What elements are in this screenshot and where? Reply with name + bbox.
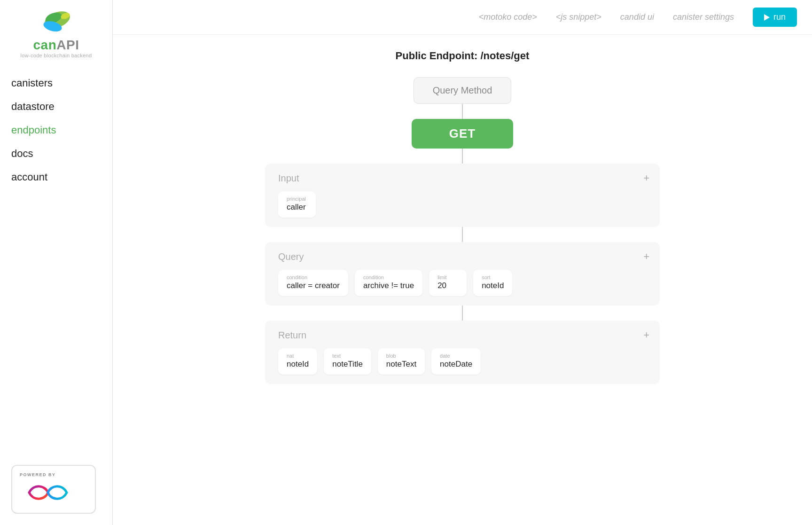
query-card-condition1: condition caller = creator: [278, 270, 348, 296]
query-card-cond2-value: archive != true: [363, 281, 414, 290]
page-title: Public Endpoint: /notes/get: [396, 50, 530, 62]
topnav-js-snippet[interactable]: <js snippet>: [556, 12, 601, 22]
return-items: nat noteId text noteTitle blob noteText …: [278, 348, 647, 375]
return-card-notetext-type: blob: [386, 353, 416, 359]
flow-diagram: Query Method GET Input + principal calle…: [265, 77, 660, 384]
connector-4: [462, 306, 463, 321]
sidebar-item-canisters[interactable]: canisters: [11, 73, 101, 93]
query-card-limit: limit 20: [429, 270, 467, 296]
sidebar-item-account[interactable]: account: [11, 167, 101, 187]
sidebar-item-docs[interactable]: docs: [11, 144, 101, 164]
topnav-candid-ui[interactable]: candid ui: [620, 12, 654, 22]
get-button[interactable]: GET: [412, 119, 513, 149]
query-card-limit-type: limit: [437, 274, 458, 280]
query-card-cond2-type: condition: [363, 274, 414, 280]
run-button[interactable]: run: [753, 8, 797, 27]
query-card-cond1-value: caller = creator: [287, 281, 340, 290]
return-card-notedate-value: noteDate: [440, 360, 472, 369]
return-add-button[interactable]: +: [643, 329, 649, 341]
canvas: Public Endpoint: /notes/get Query Method…: [113, 35, 812, 525]
input-section: Input + principal caller: [265, 164, 660, 227]
input-section-title: Input: [278, 173, 647, 184]
query-card-limit-value: 20: [437, 281, 458, 290]
query-items: condition caller = creator condition arc…: [278, 270, 647, 296]
return-card-notetitle-value: noteTitle: [332, 360, 363, 369]
return-card-notedate: date noteDate: [431, 348, 481, 375]
query-card-condition2: condition archive != true: [355, 270, 422, 296]
main-content: Query Method <motoko code> <js snippet> …: [113, 0, 812, 525]
query-section-title: Query: [278, 251, 647, 262]
topnav-motoko[interactable]: <motoko code>: [479, 12, 537, 22]
nav-items: canisters datastore endpoints docs accou…: [0, 73, 112, 187]
sidebar-item-datastore[interactable]: datastore: [11, 97, 101, 117]
topnav: Query Method <motoko code> <js snippet> …: [113, 0, 812, 35]
return-card-noteid: nat noteId: [278, 348, 317, 375]
connector-1: [462, 104, 463, 119]
logo-icon: [39, 11, 73, 36]
return-card-notetext: blob noteText: [378, 348, 425, 375]
connector-2: [462, 149, 463, 164]
query-add-button[interactable]: +: [643, 251, 649, 263]
run-triangle-icon: [764, 14, 770, 21]
logo-area: canAPI low-code blockchain backend: [0, 11, 112, 73]
input-card-caller-value: caller: [287, 203, 307, 212]
input-card-caller: principal caller: [278, 191, 316, 218]
infinity-icon: [20, 481, 76, 504]
logo-text: canAPI: [33, 39, 79, 52]
return-card-notetitle-type: text: [332, 353, 363, 359]
sidebar: canAPI low-code blockchain backend canis…: [0, 0, 113, 525]
powered-by-text: POWERED BY: [20, 472, 87, 477]
sidebar-item-endpoints[interactable]: endpoints: [11, 120, 101, 140]
return-section-title: Return: [278, 330, 647, 341]
input-items: principal caller: [278, 191, 647, 218]
return-card-noteid-value: noteId: [287, 360, 309, 369]
return-card-noteid-type: nat: [287, 353, 309, 359]
input-add-button[interactable]: +: [643, 172, 649, 184]
input-card-caller-type: principal: [287, 196, 307, 202]
run-label: run: [773, 12, 786, 22]
return-section: Return + nat noteId text noteTitle blob …: [265, 321, 660, 384]
return-card-notetext-value: noteText: [386, 360, 416, 369]
query-card-sort-type: sort: [482, 274, 504, 280]
powered-by-box: POWERED BY: [11, 465, 96, 514]
query-section: Query + condition caller = creator condi…: [265, 242, 660, 306]
connector-3: [462, 227, 463, 242]
logo-subtitle: low-code blockchain backend: [21, 53, 92, 58]
query-card-sort: sort noteId: [473, 270, 512, 296]
topnav-canister-settings[interactable]: canister settings: [673, 12, 734, 22]
query-method-node: Query Method: [414, 77, 512, 104]
return-card-notetitle: text noteTitle: [324, 348, 371, 375]
query-card-sort-value: noteId: [482, 281, 504, 290]
query-card-cond1-type: condition: [287, 274, 340, 280]
return-card-notedate-type: date: [440, 353, 472, 359]
